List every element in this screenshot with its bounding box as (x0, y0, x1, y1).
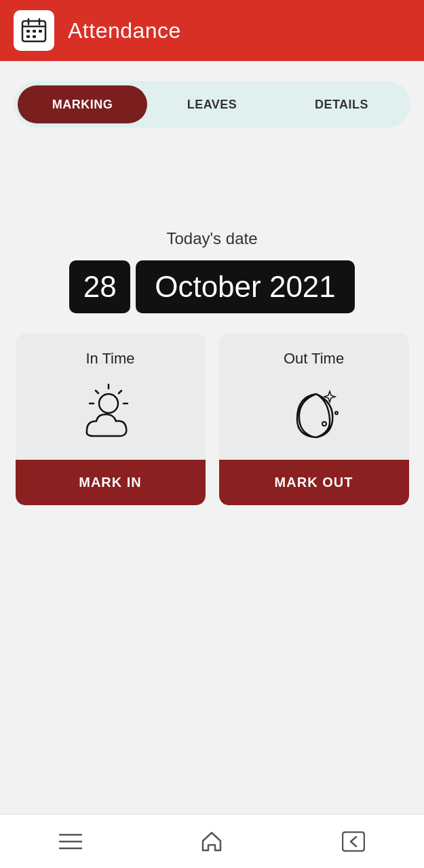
home-icon[interactable] (200, 830, 223, 853)
main-content: Today's date 28 October 2021 In Time (0, 134, 424, 814)
date-label: Today's date (166, 229, 257, 248)
svg-rect-20 (343, 832, 364, 851)
out-time-card: Out Time MARK OUT (219, 334, 409, 505)
back-icon[interactable] (342, 831, 365, 852)
app-header: Attendance (0, 0, 424, 61)
page-title: Attendance (68, 18, 181, 43)
date-display: 28 October 2021 (69, 260, 355, 313)
calendar-icon (21, 18, 47, 43)
moon-icon (273, 378, 355, 446)
app-icon-box (14, 10, 54, 51)
in-time-title: In Time (85, 350, 134, 368)
svg-point-16 (335, 412, 338, 414)
date-month-year: October 2021 (136, 260, 355, 313)
tab-leaves[interactable]: LEAVES (147, 85, 277, 123)
mark-out-button[interactable]: MARK OUT (219, 460, 409, 505)
in-time-card: In Time MARK IN (16, 334, 206, 505)
menu-icon[interactable] (59, 833, 82, 850)
svg-rect-5 (33, 30, 36, 33)
cards-row: In Time MARK IN Out T (16, 334, 409, 505)
tab-details[interactable]: DETAILS (277, 85, 406, 123)
date-day: 28 (69, 260, 130, 313)
out-time-title: Out Time (284, 350, 344, 368)
svg-rect-4 (26, 30, 30, 33)
tab-marking[interactable]: MARKING (18, 85, 147, 123)
svg-point-9 (99, 394, 118, 413)
tabs-container: MARKING LEAVES DETAILS (14, 81, 410, 127)
svg-line-13 (119, 391, 121, 393)
svg-rect-6 (39, 30, 42, 33)
svg-rect-7 (26, 35, 30, 38)
sun-cloud-icon (70, 378, 151, 446)
bottom-nav (0, 814, 424, 868)
mark-in-button[interactable]: MARK IN (16, 460, 206, 505)
svg-rect-8 (33, 35, 36, 38)
svg-line-12 (96, 391, 98, 393)
svg-point-15 (322, 422, 326, 426)
